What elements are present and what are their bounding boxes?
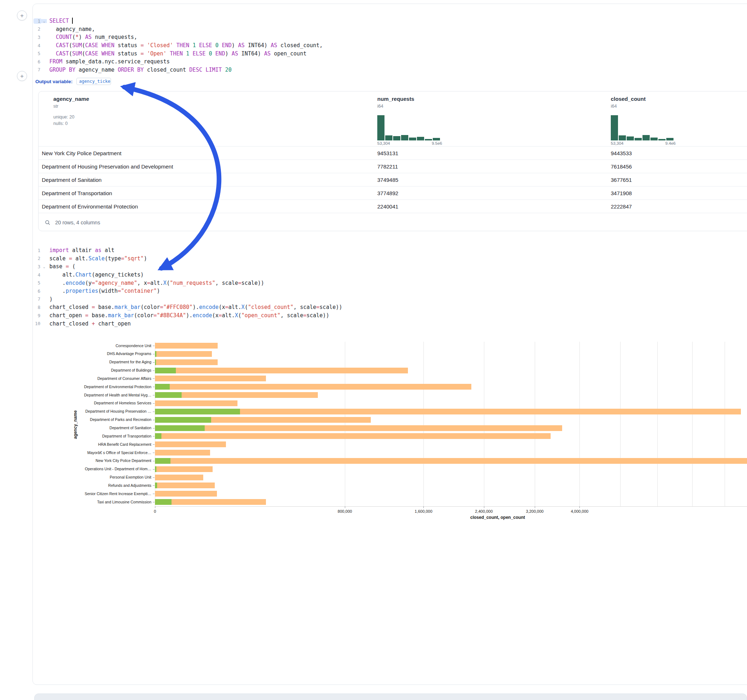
output-variable-chip[interactable]: agency_tickets: [76, 78, 111, 85]
code-line[interactable]: 1⌄SELECT: [33, 17, 747, 25]
python-editor[interactable]: 1 import altair as alt2 scale = alt.Scal…: [33, 246, 747, 328]
histogram-bar: [635, 138, 642, 140]
code-line[interactable]: 8 chart_closed = base.mark_bar(color="#F…: [33, 303, 747, 311]
table-row[interactable]: Department of Housing Preservation and D…: [39, 160, 747, 173]
histogram-range: 53,3049.5e6: [377, 141, 442, 145]
code-line[interactable]: 5 CAST(SUM(CASE WHEN status = 'Open' THE…: [33, 49, 747, 57]
code-line[interactable]: 10 chart_closed + chart_open: [33, 319, 747, 328]
histogram-bar: [658, 139, 665, 140]
code-line[interactable]: 5 .encode(y="agency_name", x=alt.X("num_…: [33, 279, 747, 287]
code-line[interactable]: 6 .properties(width="container"): [33, 287, 747, 295]
collapse-toggle-icon[interactable]: ⌄: [41, 19, 47, 23]
bar-open: [155, 466, 156, 472]
y-tick-mark: [153, 362, 154, 363]
line-number: 2: [33, 26, 41, 32]
code-line[interactable]: 2 agency_name,: [33, 25, 747, 33]
bar-closed: [155, 359, 218, 365]
table-row[interactable]: Department of Transportation377489234719…: [39, 186, 747, 199]
y-tick-mark: [153, 469, 154, 469]
x-tick-mark: [345, 506, 345, 508]
bar-closed: [155, 466, 213, 472]
column-header[interactable]: agency_name: [53, 96, 89, 102]
gutter-spacer: [41, 314, 47, 318]
gutter-spacer: [41, 60, 47, 64]
bar-open: [155, 368, 176, 373]
bar-open: [155, 392, 181, 398]
add-cell-button-top[interactable]: +: [17, 11, 27, 21]
y-axis-label: Department of Environmental Protection: [67, 385, 151, 389]
bar-closed: [155, 483, 215, 488]
column-header[interactable]: num_requests: [377, 96, 414, 102]
search-icon[interactable]: [45, 220, 50, 225]
table-cell: 2240041: [377, 200, 398, 213]
y-axis-label: Refunds and Adjustments: [67, 483, 151, 487]
y-axis-label: Department for the Aging: [67, 360, 151, 364]
code-line[interactable]: 2 scale = alt.Scale(type="sqrt"): [33, 255, 747, 263]
next-cell-collapsed[interactable]: [34, 694, 747, 700]
code-line[interactable]: 1 import altair as alt: [33, 246, 747, 255]
column-meta: unique: 20nulls: 0: [53, 114, 74, 127]
column-type: str: [53, 104, 58, 109]
gutter-spacer: [41, 35, 47, 39]
notebook-page: + + 1⌄SELECT 2 agency_name,3 COUNT(*) AS…: [0, 0, 747, 700]
code-text: base = (: [49, 263, 75, 270]
histogram-bar: [385, 136, 392, 140]
column-histogram[interactable]: [611, 114, 676, 140]
y-axis-label: DHS Advantage Programs: [67, 352, 151, 356]
table-row[interactable]: New York City Police Department945313194…: [39, 146, 747, 160]
code-text: .encode(y="agency_name", x=alt.X("num_re…: [49, 280, 264, 286]
output-variable-row: Output variable: agency_tickets: [35, 78, 111, 85]
table-cell: Department of Sanitation: [42, 173, 101, 187]
table-cell: 9443533: [611, 146, 632, 160]
code-line[interactable]: 7 ): [33, 295, 747, 303]
histogram-bar: [401, 135, 408, 140]
code-line[interactable]: 4 CAST(SUM(CASE WHEN status = 'Closed' T…: [33, 41, 747, 50]
code-line[interactable]: 4 alt.Chart(agency_tickets): [33, 271, 747, 279]
y-axis-label: Department of Parks and Recreation: [67, 417, 151, 422]
histogram-bar: [377, 115, 384, 140]
bar-closed: [155, 433, 550, 439]
y-tick-mark: [153, 436, 154, 436]
table-row[interactable]: Department of Environmental Protection22…: [39, 199, 747, 213]
gridline: [423, 342, 424, 506]
bar-closed: [155, 376, 266, 381]
column-histogram[interactable]: [377, 114, 442, 140]
gridline: [579, 342, 580, 506]
column-type: i64: [377, 104, 383, 109]
histogram-bar: [643, 135, 650, 140]
code-text: CAST(SUM(CASE WHEN status = 'Closed' THE…: [49, 42, 323, 48]
y-axis-label: Department of Homeless Services: [67, 401, 151, 405]
line-number: 9: [33, 313, 41, 318]
code-text: chart_open = base.mark_bar(color="#8BC34…: [49, 312, 330, 319]
y-axis-label: Personal Exemption Unit: [67, 475, 151, 479]
code-line[interactable]: 3⌄base = (: [33, 262, 747, 271]
table-row[interactable]: Department of Sanitation37494853677651: [39, 173, 747, 186]
collapse-toggle-icon[interactable]: ⌄: [41, 265, 47, 269]
table-cell: 7782211: [377, 160, 398, 173]
column-header[interactable]: closed_count: [611, 96, 646, 102]
gridline: [484, 342, 484, 506]
x-axis-title: closed_count, open_count: [470, 515, 525, 520]
table-footer-label: 20 rows, 4 columns: [55, 220, 100, 225]
code-line[interactable]: 3 COUNT(*) AS num_requests,: [33, 33, 747, 41]
bar-closed: [155, 425, 562, 431]
code-text: agency_name,: [49, 26, 95, 32]
bar-closed: [155, 491, 217, 496]
table-cell: 2222847: [611, 200, 632, 213]
line-number: 6: [33, 59, 41, 65]
code-line[interactable]: 9 chart_open = base.mark_bar(color="#8BC…: [33, 311, 747, 320]
column-type: i64: [611, 104, 617, 109]
histogram-bar: [650, 137, 658, 140]
gutter-spacer: [41, 249, 47, 252]
gutter-spacer: [41, 297, 47, 301]
bar-closed: [155, 450, 210, 456]
y-tick-mark: [153, 412, 154, 412]
sql-editor[interactable]: 1⌄SELECT 2 agency_name,3 COUNT(*) AS num…: [33, 17, 747, 74]
bar-open: [155, 417, 211, 423]
code-line[interactable]: 7 GROUP BY agency_name ORDER BY closed_c…: [33, 66, 747, 74]
y-axis-label: HRA Benefit Card Replacement: [67, 442, 151, 447]
code-line[interactable]: 6 FROM sample_data.nyc.service_requests: [33, 57, 747, 66]
output-variable-label: Output variable:: [35, 79, 73, 84]
y-tick-mark: [153, 477, 154, 478]
add-cell-button-middle[interactable]: +: [17, 71, 27, 81]
